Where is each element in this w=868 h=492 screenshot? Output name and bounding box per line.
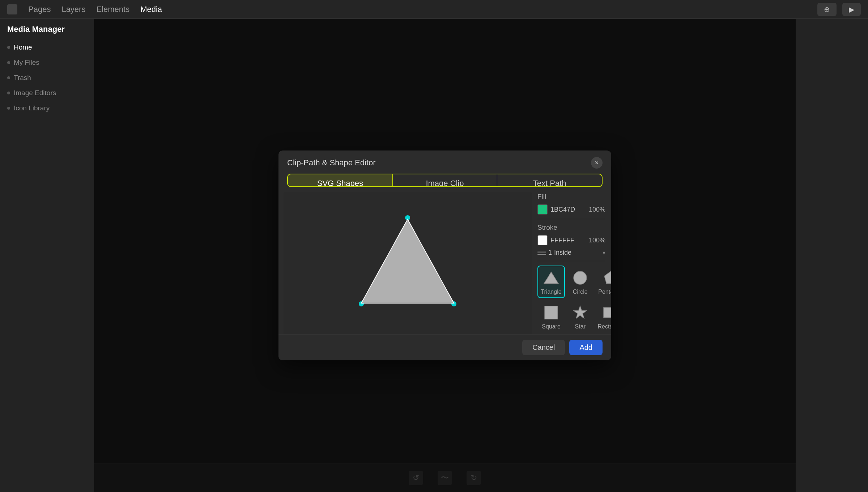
dialog-footer: Cancel Add bbox=[278, 334, 611, 360]
sidebar-item-label: Home bbox=[14, 43, 32, 51]
fill-stroke-divider bbox=[537, 219, 605, 219]
sidebar-item-home[interactable]: Home bbox=[0, 40, 94, 55]
shape-item-circle[interactable]: Circle bbox=[567, 266, 593, 298]
nav-publish-btn[interactable]: ▶ bbox=[842, 3, 861, 16]
square-icon bbox=[542, 303, 561, 322]
rectangle-label: Rectangle bbox=[598, 323, 611, 330]
fill-color-opacity: 100% bbox=[589, 206, 605, 213]
stroke-section-title: Stroke bbox=[537, 224, 605, 232]
stroke-color-hex: FFFFFF bbox=[550, 237, 586, 244]
sidebar-item-label: Trash bbox=[14, 74, 31, 82]
sidebar-item-icon bbox=[7, 107, 10, 110]
shape-item-star[interactable]: Star bbox=[567, 300, 593, 333]
cancel-button[interactable]: Cancel bbox=[522, 340, 565, 355]
sidebar-item-label: Icon Library bbox=[14, 104, 50, 112]
stroke-width-value: 1 bbox=[548, 249, 552, 256]
svg-rect-5 bbox=[604, 308, 611, 318]
sidebar-item-image-editors[interactable]: Image Editors bbox=[0, 85, 94, 101]
circle-icon bbox=[571, 268, 590, 287]
triangle-icon bbox=[542, 268, 561, 287]
nav-layers[interactable]: Layers bbox=[61, 5, 85, 14]
stroke-position-value: Inside bbox=[554, 249, 600, 256]
stroke-color-swatch[interactable] bbox=[537, 235, 548, 245]
sidebar-item-icon-library[interactable]: Icon Library bbox=[0, 101, 94, 116]
triangle-polygon bbox=[361, 219, 454, 303]
triangle-preview-svg bbox=[353, 213, 462, 314]
nav-pages[interactable]: Pages bbox=[28, 5, 51, 14]
pentagon-icon bbox=[601, 268, 611, 287]
svg-marker-2 bbox=[604, 271, 611, 284]
nav-media[interactable]: Media bbox=[140, 5, 162, 14]
dialog-overlay: Clip-Path & Shape Editor × SVG Shapes Im… bbox=[94, 19, 796, 492]
svg-marker-0 bbox=[544, 272, 558, 284]
properties-panel: Fill 1BC47D 100% Stroke FFFFFF 100% bbox=[532, 187, 611, 334]
sidebar-item-label: Image Editors bbox=[14, 89, 56, 97]
sidebar-item-icon bbox=[7, 92, 10, 94]
main-content: ↺ 〜 ↻ Clip-Path & Shape Editor × SVG Sha… bbox=[94, 19, 796, 492]
clip-path-shape-editor-dialog: Clip-Path & Shape Editor × SVG Shapes Im… bbox=[278, 150, 611, 360]
sidebar-title: Media Manager bbox=[0, 25, 94, 40]
add-button[interactable]: Add bbox=[569, 340, 603, 355]
stroke-settings-row: 1 Inside ▾ bbox=[537, 249, 605, 256]
star-icon bbox=[571, 303, 590, 322]
svg-point-1 bbox=[574, 271, 587, 284]
app-logo bbox=[7, 4, 17, 14]
stroke-line-2 bbox=[537, 253, 546, 253]
pentagon-label: Pentagon bbox=[598, 289, 611, 295]
shape-item-pentagon[interactable]: Pentagon bbox=[596, 266, 611, 298]
dialog-close-button[interactable]: × bbox=[591, 157, 603, 169]
sidebar-item-trash[interactable]: Trash bbox=[0, 70, 94, 85]
tab-bar: SVG Shapes Image Clip Text Path bbox=[287, 174, 603, 187]
fill-color-row: 1BC47D 100% bbox=[537, 204, 605, 215]
svg-rect-3 bbox=[545, 306, 558, 319]
shape-item-rectangle[interactable]: Rectangle bbox=[596, 300, 611, 333]
sidebar-item-icon bbox=[7, 46, 10, 49]
shape-item-square[interactable]: Square bbox=[537, 300, 565, 333]
tab-text-path[interactable]: Text Path bbox=[497, 174, 602, 186]
right-sidebar bbox=[796, 19, 868, 492]
fill-section-title: Fill bbox=[537, 193, 605, 201]
stroke-color-opacity: 100% bbox=[589, 237, 605, 244]
fill-color-swatch[interactable] bbox=[537, 204, 548, 215]
stroke-line-1 bbox=[537, 251, 546, 251]
square-label: Square bbox=[542, 323, 561, 330]
dialog-title: Clip-Path & Shape Editor bbox=[287, 158, 376, 167]
stroke-color-row: FFFFFF 100% bbox=[537, 235, 605, 245]
star-label: Star bbox=[575, 323, 586, 330]
dialog-header: Clip-Path & Shape Editor × bbox=[278, 150, 611, 169]
rectangle-icon bbox=[601, 303, 611, 322]
stroke-position-chevron-icon[interactable]: ▾ bbox=[603, 249, 605, 256]
nav-elements[interactable]: Elements bbox=[96, 5, 129, 14]
nav-action-btn[interactable]: ⊕ bbox=[817, 3, 837, 16]
fill-color-hex: 1BC47D bbox=[550, 206, 586, 213]
svg-marker-4 bbox=[574, 306, 587, 318]
tab-svg-shapes[interactable]: SVG Shapes bbox=[288, 174, 392, 186]
tab-image-clip[interactable]: Image Clip bbox=[393, 174, 497, 186]
circle-label: Circle bbox=[573, 289, 588, 295]
sidebar-item-icon bbox=[7, 61, 10, 64]
stroke-lines-icon bbox=[537, 251, 546, 255]
stroke-shapes-divider bbox=[537, 261, 605, 261]
sidebar-item-my-files[interactable]: My Files bbox=[0, 55, 94, 70]
nav-right-section: ⊕ ▶ bbox=[817, 3, 861, 16]
top-navigation: Pages Layers Elements Media ⊕ ▶ bbox=[0, 0, 868, 19]
stroke-line-3 bbox=[537, 254, 546, 255]
sidebar-item-label: My Files bbox=[14, 59, 39, 67]
shape-item-triangle[interactable]: Triangle bbox=[537, 266, 565, 298]
left-sidebar: Media Manager Home My Files Trash Image … bbox=[0, 19, 94, 492]
triangle-label: Triangle bbox=[541, 289, 561, 295]
dialog-body: Fill 1BC47D 100% Stroke FFFFFF 100% bbox=[278, 187, 611, 334]
shape-grid: Triangle Circle bbox=[537, 266, 605, 334]
shape-canvas bbox=[284, 192, 532, 334]
sidebar-item-icon bbox=[7, 76, 10, 79]
